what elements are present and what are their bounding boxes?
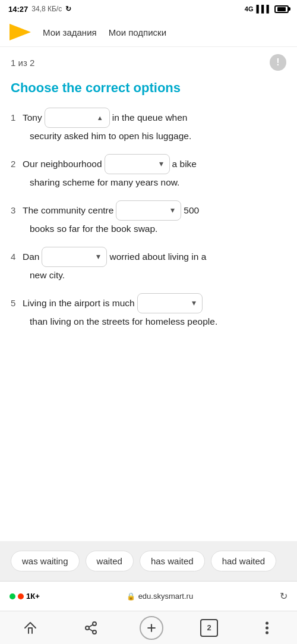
status-bar-right: 4G ▌▌▌ — [245, 5, 289, 13]
status-bar-left: 14:27 34,8 КБ/с ↻ — [8, 5, 71, 14]
q3-chevron-down-icon — [170, 204, 175, 217]
q1-continuation: security asked him to open his luggage. — [30, 129, 286, 143]
q3-dropdown[interactable] — [116, 200, 181, 221]
app-logo-icon — [10, 24, 31, 40]
question-5: 5 Living in the airport is much than liv… — [11, 293, 286, 329]
chat-badge[interactable]: 1К+ — [10, 592, 40, 601]
q4-number: 4 — [11, 250, 19, 263]
q2-dropdown[interactable] — [105, 154, 170, 174]
warning-icon[interactable]: ! — [270, 54, 286, 71]
q3-continuation: books so far for the book swap. — [30, 222, 286, 236]
main-content: Choose the correct options 1 Tony in the… — [0, 76, 297, 541]
q3-after-inline: 500 — [184, 203, 199, 218]
svg-point-8 — [266, 626, 268, 629]
menu-nav-button[interactable] — [255, 616, 279, 640]
battery-icon — [274, 5, 289, 13]
q2-chevron-down-icon — [159, 158, 163, 171]
word-bank: was waiting waited has waited had waited — [0, 541, 297, 581]
q2-before: Our neighbourhood — [23, 157, 102, 171]
q4-dropdown[interactable] — [42, 247, 107, 267]
reload-icon[interactable]: ↻ — [280, 590, 287, 602]
svg-line-4 — [89, 624, 93, 627]
page-indicator-row: 1 из 2 ! — [0, 47, 297, 76]
question-4: 4 Dan worried about living in a new city… — [11, 247, 286, 282]
q5-chevron-down-icon — [192, 297, 196, 310]
svg-point-7 — [266, 621, 268, 624]
svg-point-9 — [266, 631, 268, 634]
q3-number: 3 — [11, 203, 19, 217]
question-2: 2 Our neighbourhood a bike sharing schem… — [11, 154, 286, 190]
status-bar: 14:27 34,8 КБ/с ↻ 4G ▌▌▌ — [0, 0, 297, 18]
chat-count: 1К+ — [26, 592, 40, 601]
tab-count-button[interactable]: 2 — [200, 619, 218, 637]
nav-links: Мои задания Мои подписки — [43, 27, 166, 37]
word-chip-1[interactable]: waited — [86, 551, 134, 571]
word-chip-3[interactable]: had waited — [211, 551, 277, 571]
q1-chevron-up-icon — [97, 112, 103, 124]
q2-after-inline: a bike — [172, 157, 197, 171]
q2-number: 2 — [11, 157, 19, 171]
url-text: edu.skysmart.ru — [138, 592, 193, 601]
q4-before: Dan — [23, 250, 39, 264]
word-chip-2[interactable]: has waited — [140, 551, 205, 571]
page-indicator: 1 из 2 — [11, 58, 34, 68]
chat-green-dot-icon — [10, 593, 15, 599]
sync-icon: ↻ — [65, 5, 71, 13]
signal-bars-icon: ▌▌▌ — [256, 5, 271, 13]
q5-dropdown[interactable] — [137, 293, 203, 313]
q3-before: The community centre — [23, 203, 113, 218]
url-bar: 🔒 edu.skysmart.ru — [127, 592, 193, 601]
question-3-row: 3 The community centre 500 — [11, 200, 286, 221]
signal-text: 4G — [245, 5, 254, 12]
q4-chevron-down-icon — [96, 250, 100, 263]
chat-red-dot-icon — [18, 593, 24, 599]
section-title: Choose the correct options — [11, 80, 286, 96]
q5-before: Living in the airport is much — [23, 296, 135, 310]
word-chip-0[interactable]: was waiting — [11, 551, 80, 571]
q1-after-inline: in the queue when — [112, 111, 188, 125]
share-nav-button[interactable] — [79, 616, 103, 640]
svg-line-3 — [89, 629, 93, 631]
q1-number: 1 — [11, 111, 19, 124]
q4-continuation: new city. — [30, 268, 286, 282]
q4-after-inline: worried about living in a — [109, 250, 206, 264]
add-nav-button[interactable] — [140, 616, 163, 640]
question-1: 1 Tony in the queue when security asked … — [11, 108, 286, 143]
nav-my-tasks[interactable]: Мои задания — [43, 27, 97, 37]
data-speed: 34,8 КБ/с — [31, 5, 62, 13]
bottom-browser-bar: 1К+ 🔒 edu.skysmart.ru ↻ — [0, 581, 297, 611]
lock-icon: 🔒 — [127, 592, 135, 601]
q2-continuation: sharing scheme for many years now. — [30, 175, 286, 190]
home-nav-button[interactable] — [18, 616, 42, 640]
q5-number: 5 — [11, 296, 19, 310]
top-nav: Мои задания Мои подписки — [0, 18, 297, 47]
question-4-row: 4 Dan worried about living in a — [11, 247, 286, 267]
question-5-row: 5 Living in the airport is much — [11, 293, 286, 313]
question-3: 3 The community centre 500 books so far … — [11, 200, 286, 236]
q1-dropdown[interactable] — [45, 108, 110, 128]
q5-continuation: than living on the streets for homeless … — [30, 315, 286, 329]
bottom-nav: 2 — [0, 611, 297, 644]
question-2-row: 2 Our neighbourhood a bike — [11, 154, 286, 174]
time: 14:27 — [8, 5, 28, 14]
question-1-row: 1 Tony in the queue when — [11, 108, 286, 128]
nav-my-subscriptions[interactable]: Мои подписки — [109, 27, 166, 37]
q1-before: Tony — [23, 111, 42, 125]
